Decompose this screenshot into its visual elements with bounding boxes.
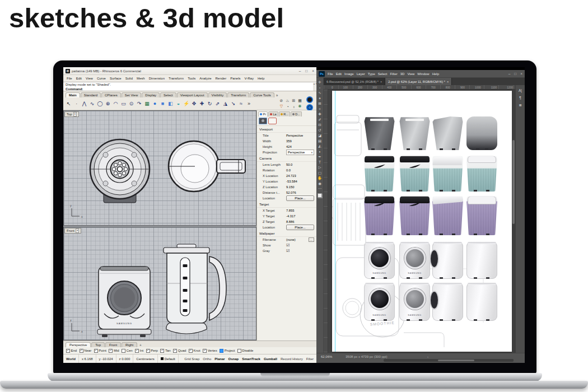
tool-icon[interactable]: ✥ [190, 99, 198, 109]
checkbox-icon[interactable] [94, 349, 98, 353]
property-value[interactable]: 52.076 [286, 191, 314, 194]
menu-item[interactable]: Window [417, 72, 429, 76]
tool-icon[interactable]: ✚ [198, 99, 206, 109]
property-value[interactable]: ☑ [286, 243, 314, 248]
add-viewport-icon[interactable]: + [139, 343, 142, 347]
tool-icon[interactable]: ∿ [318, 91, 321, 95]
tool-icon[interactable]: ◭ [319, 144, 321, 148]
tool-icon[interactable]: ⇗ [214, 99, 221, 109]
material-icon[interactable] [268, 118, 277, 124]
tool-icon[interactable]: ⊕ [104, 99, 111, 109]
side-tool-icon[interactable]: ♨ [286, 99, 289, 103]
tool-icon[interactable]: ▷ [319, 165, 321, 169]
checkbox-icon[interactable] [203, 349, 207, 353]
checkbox-icon[interactable] [122, 349, 125, 353]
toolbar-tab[interactable]: Set View [122, 92, 142, 97]
osnap-toggle[interactable]: Cen [122, 349, 133, 353]
property-value[interactable]: (none) [286, 238, 306, 241]
tool-icon[interactable]: ✐ [318, 118, 321, 122]
osnap-toggle[interactable]: Point [94, 349, 106, 353]
status-toggle[interactable]: Record History [281, 357, 303, 361]
menu-item[interactable]: View [407, 72, 414, 76]
scrollbar-thumb[interactable] [438, 360, 474, 361]
toolbar-tab[interactable]: Transform [227, 92, 249, 97]
toolbar-tab[interactable]: CPlanes [101, 92, 121, 97]
toolbar-tab[interactable]: Display [142, 92, 160, 97]
toolbar-tab[interactable]: Viewport Layout [177, 92, 208, 97]
menu-item[interactable]: File [67, 77, 72, 80]
tool-icon[interactable]: ✚ [318, 112, 321, 116]
viewport-top[interactable]: y x Top ▾ [63, 110, 256, 226]
status-toggle[interactable]: Ortho [203, 357, 211, 361]
side-tool-icon[interactable]: ♁ [292, 105, 295, 109]
osnap-toggle[interactable]: Project [220, 349, 235, 353]
tool-icon[interactable]: ↻ [206, 99, 213, 109]
property-value[interactable]: 359 [286, 139, 314, 143]
property-value[interactable]: 8.886 [286, 220, 314, 223]
property-value[interactable]: -53.584 [286, 180, 314, 183]
property-value[interactable]: 7.855 [286, 209, 314, 212]
tool-icon[interactable]: ✧ [318, 107, 321, 111]
checkbox-icon[interactable] [80, 349, 83, 353]
menu-item[interactable]: View [86, 77, 93, 80]
zoom-level[interactable]: 62,06% [321, 355, 332, 358]
toolbar-tab[interactable]: Select [160, 92, 176, 97]
window-control-button[interactable]: □ [514, 72, 516, 76]
panel-tab[interactable]: Pr [258, 111, 268, 116]
checkbox-icon[interactable] [66, 349, 70, 353]
tool-icon[interactable]: ↷ [136, 99, 143, 109]
property-value[interactable]: 50.0 [286, 163, 314, 166]
foreground-color-swatch[interactable] [318, 193, 322, 198]
property-value[interactable]: Perspective [286, 134, 314, 137]
checkbox-icon[interactable] [237, 349, 241, 353]
menu-item[interactable]: Solid [125, 77, 133, 80]
window-control-button[interactable]: – [508, 72, 511, 76]
rhino-command-area[interactable]: Display mode set to "Shaded". Command: ▲… [63, 82, 316, 91]
menu-item[interactable]: Image [344, 72, 354, 76]
checkbox-icon[interactable] [135, 349, 139, 353]
tool-icon[interactable]: ≈ [237, 99, 245, 109]
vray-render-icon[interactable] [306, 96, 313, 103]
checkbox-icon[interactable] [189, 349, 193, 353]
panel-tab[interactable]: R... [279, 111, 290, 116]
toolbar-tab[interactable]: Visibility [208, 92, 227, 97]
panel-dock-icon[interactable]: ≣ [519, 103, 521, 108]
viewport-tab[interactable]: Top [91, 342, 105, 347]
property-value[interactable]: -4.317 [286, 214, 314, 218]
menu-item[interactable]: Dimension [149, 77, 165, 80]
camera-icon[interactable] [259, 118, 267, 124]
menu-item[interactable]: File [328, 72, 333, 76]
side-tool-icon[interactable]: ⊘ [280, 99, 283, 103]
osnap-toggle[interactable]: Perp [146, 349, 158, 353]
menu-item[interactable]: Render [216, 77, 227, 80]
tool-icon[interactable]: ⊙ [128, 99, 135, 109]
close-icon[interactable]: × [380, 80, 382, 83]
command-prompt[interactable]: Command: [66, 87, 314, 92]
osnap-toggle[interactable]: Knot [189, 349, 200, 353]
command-scrollbar[interactable]: ▲▼ [313, 83, 316, 91]
tool-icon[interactable]: ✒ [318, 155, 321, 158]
tool-icon[interactable]: ⋯ [318, 186, 322, 190]
viewport-top-label[interactable]: Top ▾ [64, 111, 79, 117]
osnap-toggle[interactable]: Disable [237, 349, 254, 353]
osnap-toggle[interactable]: Tan [160, 349, 170, 353]
tool-icon[interactable]: ◪ [318, 133, 321, 137]
toolbar-overflow-chevron[interactable]: » [276, 94, 278, 97]
window-control-button[interactable]: × [520, 72, 522, 76]
menu-item[interactable]: V-Ray [245, 77, 254, 80]
menu-item[interactable]: Tools [188, 77, 195, 80]
tool-icon[interactable]: ↖ [65, 99, 72, 109]
property-value[interactable]: Perspective [286, 150, 314, 155]
status-toggle[interactable]: Gumball [264, 357, 277, 361]
menu-item[interactable]: Edit [76, 77, 82, 80]
chevron-down-icon[interactable]: ▾ [76, 228, 79, 233]
tool-icon[interactable]: ◧ [167, 99, 174, 109]
menu-item[interactable]: Analyze [199, 77, 211, 80]
tool-icon[interactable]: ✛ [318, 80, 321, 84]
osnap-toggle[interactable]: Int [135, 349, 143, 353]
menu-item[interactable]: Help [258, 77, 264, 80]
window-control-button[interactable]: □ [305, 69, 307, 73]
status-toggle[interactable]: SmartTrack [242, 357, 260, 361]
horizontal-scrollbar[interactable] [384, 359, 514, 362]
panel-tab[interactable]: La [268, 111, 278, 116]
